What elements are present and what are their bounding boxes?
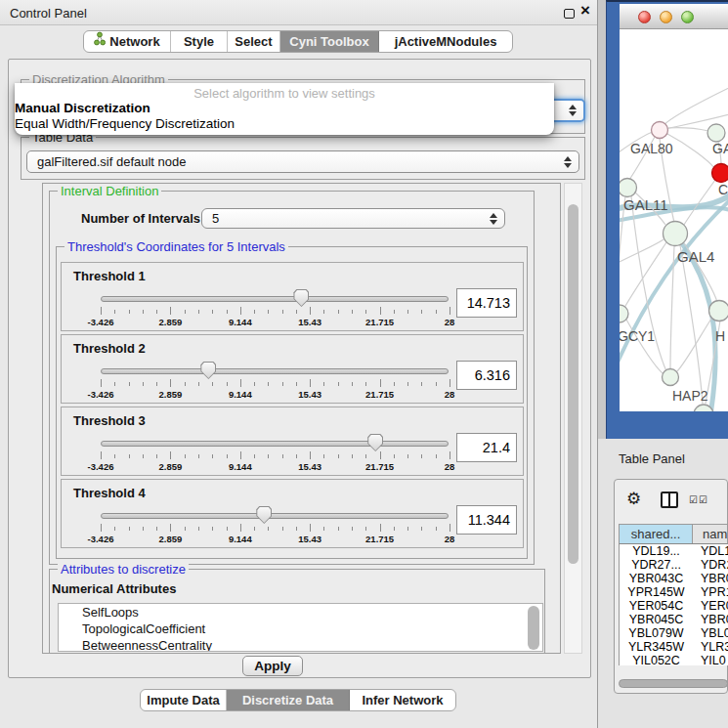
numerical-attributes-list[interactable]: SelfLoopsTopologicalCoefficientBetweenne… — [58, 603, 543, 652]
network-node-selected-red[interactable] — [712, 164, 728, 183]
algorithm-popup: Select algorithm to view settings Manual… — [15, 83, 554, 135]
cell-name: YLR3 — [693, 640, 728, 654]
tab-jactivemnodules-label: jActiveMNodules — [395, 31, 497, 52]
threshold-slider-track[interactable] — [101, 513, 449, 519]
threshold-slider-track[interactable] — [101, 296, 449, 302]
slider-ticks — [101, 524, 450, 533]
tab-network[interactable]: Network — [84, 31, 171, 52]
combo-stepper-icon — [489, 212, 497, 226]
minimize-traffic-light[interactable] — [660, 11, 672, 23]
select-columns-icon[interactable]: ☑☑ — [689, 494, 708, 505]
table-row[interactable]: YBL079WYBL0 — [620, 626, 728, 640]
slider-ticks — [101, 307, 450, 316]
network-node-gal4[interactable] — [664, 222, 688, 246]
thresholds-group-label: Threshold's Coordinates for 5 Intervals — [64, 239, 288, 254]
tab-discretize-data[interactable]: Discretize Data — [227, 690, 350, 710]
network-node[interactable] — [707, 124, 725, 142]
threshold-row: Threshold 4 -3.4262.8599.14415.4321.7152… — [61, 479, 524, 548]
table-row[interactable]: YPR145WYPR1 — [620, 585, 728, 599]
settings-scrollbar-thumb[interactable] — [568, 204, 578, 564]
threshold-value-field[interactable]: 21.4 — [456, 433, 517, 462]
split-columns-icon[interactable] — [661, 492, 678, 508]
tab-cyni-toolbox[interactable]: Cyni Toolbox — [280, 31, 379, 52]
threshold-slider-thumb[interactable] — [200, 362, 216, 379]
close-traffic-light[interactable] — [638, 11, 651, 23]
network-node[interactable] — [709, 301, 728, 321]
threshold-slider-track[interactable] — [101, 441, 449, 447]
network-edge — [620, 239, 664, 264]
settings-scrollpane: Interval Definition Number of Intervals … — [42, 183, 561, 654]
tab-infer-network[interactable]: Infer Network — [350, 690, 455, 710]
popup-item-manual-discretization[interactable]: Manual Discretization — [15, 101, 554, 116]
tab-select-label: Select — [235, 31, 272, 52]
zoom-traffic-light[interactable] — [681, 11, 694, 23]
cell-name: YIL0 — [693, 654, 728, 665]
table-row[interactable]: YIL052CYIL0 — [620, 654, 728, 665]
tab-jactivemnodules[interactable]: jActiveMNodules — [379, 31, 512, 52]
cell-shared-name: YLR345W — [620, 640, 693, 654]
attributes-scrollbar[interactable] — [528, 606, 539, 650]
combo-stepper-icon — [568, 104, 577, 117]
network-node-gal11[interactable] — [620, 179, 637, 197]
apply-button[interactable]: Apply — [242, 656, 303, 676]
tab-impute-data[interactable]: Impute Data — [141, 690, 227, 710]
slider-tick-labels: -3.4262.8599.14415.4321.71528 — [101, 389, 450, 400]
threshold-slider-thumb[interactable] — [367, 434, 383, 451]
column-header-name[interactable]: name — [693, 525, 727, 543]
node-label-gcy1: GCY1 — [620, 328, 655, 344]
table-data-value: galFiltered.sif default node — [37, 154, 186, 169]
close-icon[interactable]: × — [580, 1, 590, 21]
table-row[interactable]: YLR345WYLR3 — [620, 640, 728, 654]
table-horizontal-scrollbar[interactable] — [619, 679, 728, 688]
threshold-row: Threshold 2 -3.4262.8599.14415.4321.7152… — [61, 334, 524, 404]
number-of-intervals-label: Number of Intervals — [81, 211, 200, 226]
node-label-gal11: GAL11 — [623, 196, 668, 213]
network-canvas[interactable]: GAL80 GA C GAL11 GAL4 GCY1 H HAP2 — [620, 29, 728, 411]
tab-network-label: Network — [109, 31, 159, 52]
network-node-hap2[interactable] — [663, 369, 679, 386]
table-row[interactable]: YDR27...YDR2 — [620, 558, 728, 572]
gear-icon[interactable]: ⚙ — [626, 489, 641, 509]
threshold-slider-thumb[interactable] — [293, 289, 309, 307]
table-header-row: shared... name — [619, 524, 728, 544]
slider-tick-labels: -3.4262.8599.14415.4321.71528 — [101, 461, 450, 472]
float-window-icon[interactable] — [564, 9, 575, 19]
table-row[interactable]: YBR045CYBR0 — [620, 613, 728, 626]
cell-shared-name: YER054C — [620, 599, 693, 613]
table-data-group: Table Data galFiltered.sif default node — [21, 137, 585, 180]
threshold-label: Threshold 3 — [73, 413, 146, 428]
table-row[interactable]: YDL19...YDL1 — [620, 544, 728, 558]
tab-select[interactable]: Select — [228, 31, 280, 52]
network-node-gal80[interactable] — [652, 122, 668, 139]
column-header-shared-name[interactable]: shared... — [620, 525, 693, 543]
threshold-row: Threshold 3 -3.4262.8599.14415.4321.7152… — [61, 407, 524, 476]
table-data-combobox[interactable]: galFiltered.sif default node — [26, 150, 579, 173]
control-panel-tab-bar: Network Style Select Cyni Toolbox jActiv… — [83, 30, 513, 53]
tab-style[interactable]: Style — [171, 31, 228, 52]
slider-tick-labels: -3.4262.8599.14415.4321.71528 — [101, 317, 450, 327]
threshold-slider-track[interactable] — [101, 368, 449, 374]
table-row[interactable]: YBR043CYBR0 — [620, 572, 728, 585]
cell-shared-name: YIL052C — [620, 654, 693, 665]
network-window-titlebar — [620, 4, 728, 29]
interval-definition-label: Interval Definition — [58, 184, 161, 198]
node-label-gal4: GAL4 — [677, 248, 714, 265]
cell-name: YBR0 — [693, 613, 728, 626]
threshold-label: Threshold 1 — [73, 269, 146, 283]
attribute-list-item[interactable]: BetweennessCentrality — [59, 637, 542, 652]
attribute-list-item[interactable]: SelfLoops — [59, 604, 542, 621]
threshold-value-field[interactable]: 6.316 — [456, 361, 517, 390]
attribute-list-item[interactable]: TopologicalCoefficient — [59, 621, 542, 637]
threshold-value-field[interactable]: 11.344 — [456, 505, 517, 535]
cell-name: YDR2 — [693, 558, 728, 572]
table-row[interactable]: YER054CYER0 — [620, 599, 728, 613]
number-of-intervals-combobox[interactable]: 5 — [201, 208, 505, 229]
settings-scrollbar-track[interactable] — [564, 183, 582, 654]
threshold-value-field[interactable]: 14.713 — [456, 288, 517, 318]
network-edge — [624, 242, 666, 308]
network-edge — [667, 134, 714, 168]
threshold-slider-thumb[interactable] — [256, 506, 272, 524]
tab-style-label: Style — [184, 31, 214, 52]
attributes-group: Attributes to discretize Numerical Attri… — [49, 569, 545, 654]
popup-item-equal-width-frequency[interactable]: Equal Width/Frequency Discretization — [15, 116, 554, 132]
